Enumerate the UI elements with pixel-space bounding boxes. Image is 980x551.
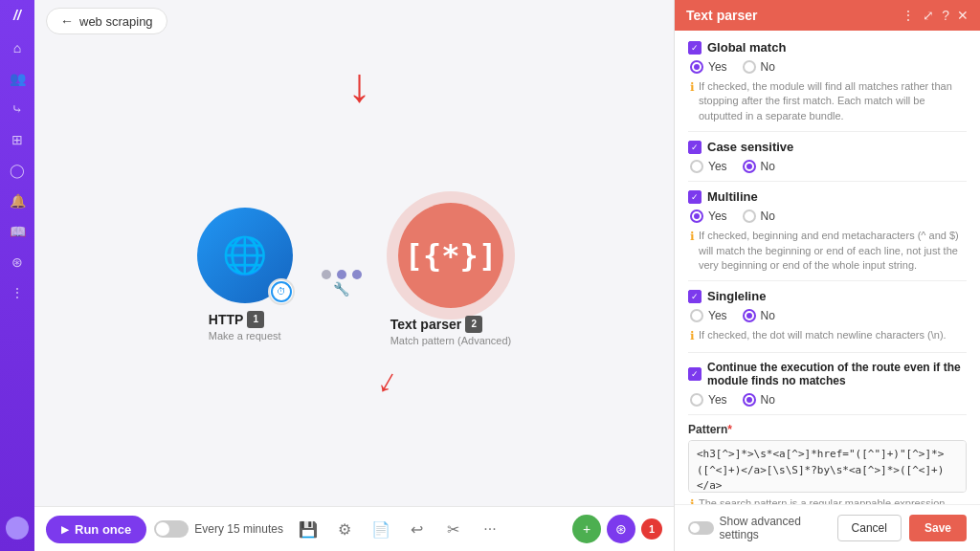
sidebar-icon-notifications[interactable]: 🔔 (4, 187, 31, 214)
continue-execution-yes-option[interactable]: Yes (690, 393, 727, 407)
settings-panel: Text parser ⋮ ⤢ ? ✕ ✓ Global match Yes N… (674, 0, 980, 551)
continue-execution-label: Continue the execution of the route even… (707, 361, 967, 387)
continue-execution-no-option[interactable]: No (743, 393, 775, 407)
multiline-no-option[interactable]: No (743, 209, 775, 223)
arrow-to-pattern-icon: ↓ (370, 359, 406, 402)
singleline-radio-group: Yes No (690, 309, 967, 322)
document-icon[interactable]: 📄 (368, 516, 394, 542)
multiline-info: ℹ If checked, beginning and end metachar… (688, 229, 967, 273)
case-sensitive-yes-radio[interactable] (690, 160, 703, 173)
continue-execution-yes-radio[interactable] (690, 393, 703, 407)
toolbar-icons: 💾 ⚙ 📄 ↩ ✂ ··· (295, 516, 503, 542)
panel-close-icon[interactable]: ✕ (957, 8, 969, 23)
cancel-button[interactable]: Cancel (837, 515, 902, 541)
connector-dot-1 (322, 270, 331, 279)
text-parser-node[interactable]: [{*}] Text parser 2 Match pattern (Advan… (390, 203, 512, 346)
schedule-toggle: Every 15 minutes (154, 520, 283, 538)
workflow-container: 🌐 ⏱ HTTP 1 Make a request (197, 203, 512, 346)
wrench-icon[interactable]: 🔧 (333, 281, 349, 297)
advanced-toggle-switch[interactable] (688, 521, 714, 535)
case-sensitive-no-radio[interactable] (743, 160, 756, 173)
pattern-field-label: Pattern* (688, 423, 967, 436)
multiline-no-radio[interactable] (743, 209, 756, 223)
sidebar-icon-more[interactable]: ⋮ (4, 279, 31, 306)
singleline-yes-radio[interactable] (690, 309, 703, 322)
multiline-yes-option[interactable]: Yes (690, 209, 727, 223)
case-sensitive-section-header: ✓ Case sensitive (688, 140, 967, 154)
multiline-label: Multiline (707, 189, 758, 204)
error-badge[interactable]: 1 (641, 518, 662, 540)
continue-execution-radio-group: Yes No (690, 393, 967, 407)
info-icon: ℹ (690, 79, 695, 123)
toolbar-right: + ⊛ 1 (572, 515, 662, 543)
scissors-icon[interactable]: ✂ (440, 516, 467, 542)
singleline-no-option[interactable]: No (743, 309, 775, 322)
panel-expand-icon[interactable]: ⤢ (923, 8, 934, 23)
flow-button[interactable]: ⊛ (607, 515, 635, 543)
sidebar-icon-settings[interactable]: ⊛ (4, 249, 31, 276)
global-match-no-option[interactable]: No (743, 60, 775, 74)
singleline-info: ℹ If checked, the dot will match newline… (688, 328, 967, 344)
singleline-no-radio[interactable] (743, 309, 756, 322)
continue-execution-no-radio[interactable] (743, 393, 756, 407)
panel-help-icon[interactable]: ? (942, 8, 949, 23)
multiline-checkbox[interactable]: ✓ (688, 190, 702, 204)
sidebar-icon-share[interactable]: ⤷ (4, 96, 31, 122)
multiline-info-icon: ℹ (690, 229, 695, 273)
global-match-info: ℹ If checked, the module will find all m… (688, 79, 967, 123)
undo-icon[interactable]: ↩ (404, 516, 431, 542)
global-match-section-header: ✓ Global match (688, 40, 967, 55)
global-match-radio-group: Yes No (690, 60, 967, 74)
save-icon[interactable]: 💾 (295, 516, 322, 542)
http-node-subtitle: Make a request (209, 330, 281, 342)
pattern-input[interactable] (688, 440, 967, 493)
multiline-yes-radio[interactable] (690, 209, 703, 223)
save-button[interactable]: Save (909, 515, 967, 541)
sidebar-icon-globe[interactable]: ◯ (4, 157, 31, 184)
global-match-yes-option[interactable]: Yes (690, 60, 727, 74)
back-button[interactable]: ← web scraping (46, 8, 167, 34)
show-advanced-toggle[interactable]: Show advanced settings (688, 515, 837, 541)
sidebar-icon-users[interactable]: 👥 (4, 65, 31, 92)
http-node-title: HTTP 1 (209, 311, 281, 328)
divider-4 (688, 352, 967, 353)
text-parser-node-subtitle: Match pattern (Advanced) (390, 335, 512, 346)
http-node-circle: 🌐 ⏱ (197, 208, 293, 303)
required-marker: * (727, 423, 732, 436)
add-node-button[interactable]: + (572, 515, 601, 543)
run-once-button[interactable]: ▶ Run once (46, 516, 146, 543)
singleline-checkbox[interactable]: ✓ (688, 290, 702, 303)
global-match-checkbox[interactable]: ✓ (688, 41, 702, 55)
singleline-yes-option[interactable]: Yes (690, 309, 727, 322)
panel-title: Text parser (686, 8, 757, 23)
play-icon: ▶ (61, 524, 69, 535)
pattern-info-icon: ℹ (690, 496, 695, 504)
sidebar-icon-puzzle[interactable]: ⊞ (4, 126, 31, 153)
case-sensitive-label: Case sensitive (707, 140, 793, 154)
sidebar-icon-book[interactable]: 📖 (4, 218, 31, 245)
case-sensitive-checkbox[interactable]: ✓ (688, 141, 702, 154)
sidebar-icon-home[interactable]: ⌂ (4, 34, 31, 61)
user-avatar[interactable] (6, 517, 29, 540)
settings-icon[interactable]: ⚙ (331, 516, 358, 542)
footer-buttons: Cancel Save (837, 515, 967, 541)
divider-3 (688, 280, 967, 281)
connector-dot-2 (337, 270, 346, 279)
connector-dot-3 (352, 270, 362, 279)
http-clock-badge: ⏱ (268, 278, 295, 305)
global-match-yes-radio[interactable] (690, 60, 703, 74)
text-parser-node-number: 2 (465, 316, 482, 333)
continue-execution-checkbox[interactable]: ✓ (688, 367, 702, 381)
panel-menu-icon[interactable]: ⋮ (902, 8, 915, 23)
back-arrow-icon: ← (60, 13, 74, 29)
case-sensitive-no-option[interactable]: No (743, 160, 775, 173)
case-sensitive-yes-option[interactable]: Yes (690, 160, 727, 173)
schedule-label: Every 15 minutes (194, 522, 283, 536)
clock-icon: ⏱ (271, 281, 292, 302)
case-sensitive-radio-group: Yes No (690, 160, 967, 173)
global-match-no-radio[interactable] (743, 60, 756, 74)
continue-execution-section-header: ✓ Continue the execution of the route ev… (688, 361, 967, 387)
schedule-toggle-switch[interactable] (154, 520, 189, 538)
more-toolbar-icon[interactable]: ··· (477, 516, 503, 542)
http-node[interactable]: 🌐 ⏱ HTTP 1 Make a request (197, 208, 293, 342)
